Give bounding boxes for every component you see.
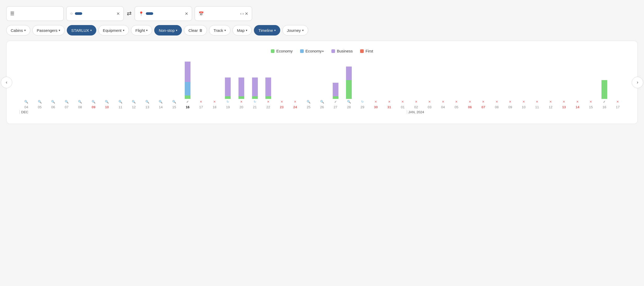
date-num-16[interactable]: 20 [235,105,248,110]
date-num-4[interactable]: 08 [73,105,87,110]
bar-cell-42 [584,65,598,99]
filter-pill-flight[interactable]: Flight▾ [131,25,152,35]
bar-segment-business [265,78,271,96]
program-selector[interactable]: ☰ [6,6,64,21]
date-num-14[interactable]: 18 [208,105,221,110]
date-num-31[interactable]: 04 [436,105,450,110]
date-num-40[interactable]: 13 [557,105,571,110]
date-icon-16: ✕ [235,99,248,105]
date-num-28[interactable]: 01 [396,105,409,110]
date-num-32[interactable]: 05 [450,105,463,110]
date-num-18[interactable]: 22 [261,105,275,110]
date-num-37[interactable]: 10 [517,105,530,110]
date-icon-33: ✕ [463,99,477,105]
destination-close-icon[interactable]: ✕ [185,11,188,16]
date-icon-32: ✕ [450,99,463,105]
date-num-23[interactable]: 27 [329,105,342,110]
date-next-arrow[interactable]: › [242,11,244,16]
date-num-24[interactable]: 28 [342,105,356,110]
swap-icon[interactable]: ⇄ [126,10,132,17]
filter-pill-starlux[interactable]: STARLUX▾ [67,25,96,35]
date-num-0[interactable]: 04 [20,105,33,110]
date-num-39[interactable]: 12 [544,105,557,110]
filter-label: Passengers [37,28,57,33]
date-num-13[interactable]: 17 [194,105,208,110]
date-icon-26: ✕ [369,99,383,105]
destination-search-box[interactable]: 📍 ✕ [135,6,192,21]
date-icon-12: ✓ [181,99,194,105]
date-num-22[interactable]: 26 [315,105,329,110]
date-num-29[interactable]: 02 [409,105,423,110]
date-num-12[interactable]: 16 [181,105,194,110]
filter-pill-passengers[interactable]: Passengers▾ [32,25,65,35]
date-num-2[interactable]: 06 [46,105,60,110]
date-num-44[interactable]: 17 [611,105,625,110]
bar-cell-25 [356,65,369,99]
date-num-27[interactable]: 31 [383,105,396,110]
origin-close-icon[interactable]: ✕ [116,11,120,16]
date-icon-28: ✕ [396,99,409,105]
date-num-11[interactable]: 15 [168,105,181,110]
date-num-21[interactable]: 25 [302,105,315,110]
date-num-8[interactable]: 12 [127,105,141,110]
legend-label-economy: Economy [276,49,293,53]
date-num-20[interactable]: 24 [288,105,302,110]
filter-pill-clear[interactable]: Clear🗑 [184,25,207,35]
month-label: DEC [20,110,28,114]
date-num-42[interactable]: 15 [584,105,598,110]
bar-15[interactable] [225,78,231,99]
filter-pill-equipment[interactable]: Equipment▾ [98,25,129,35]
chart-prev-button[interactable]: ‹ [1,77,12,88]
legend-dot-economy [271,49,275,53]
filter-pill-timeline[interactable]: Timeline▾ [254,25,280,35]
chart-next-button[interactable]: › [632,77,643,88]
bar-cell-38 [530,65,544,99]
date-icon-34: ✕ [477,99,490,105]
date-num-33[interactable]: 06 [463,105,477,110]
filter-pill-nonstop[interactable]: Non-stop▾ [154,25,182,35]
bar-cell-9 [141,65,154,99]
filter-pill-track[interactable]: Track▾ [209,25,230,35]
legend-item-economy-plus: Economy+ [300,49,324,53]
bar-cell-44 [611,65,625,99]
bar-16[interactable] [238,78,244,99]
date-num-7[interactable]: 11 [114,105,127,110]
date-num-26[interactable]: 30 [369,105,383,110]
filter-pill-map[interactable]: Map▾ [232,25,252,35]
date-num-17[interactable]: 21 [248,105,262,110]
bar-23[interactable] [333,83,338,99]
filter-pill-cabins[interactable]: Cabins▾ [6,25,30,35]
date-prev-arrow[interactable]: ‹ [240,11,242,16]
date-num-15[interactable]: 19 [221,105,235,110]
date-num-10[interactable]: 14 [154,105,168,110]
bar-18[interactable] [265,78,271,99]
date-num-36[interactable]: 09 [504,105,517,110]
date-num-5[interactable]: 09 [87,105,100,110]
date-num-43[interactable]: 16 [598,105,611,110]
bar-12[interactable] [185,62,190,99]
filter-trash-icon: 🗑 [199,28,202,32]
date-num-6[interactable]: 10 [100,105,114,110]
date-num-25[interactable]: 29 [356,105,369,110]
date-num-35[interactable]: 08 [490,105,504,110]
date-num-3[interactable]: 07 [60,105,74,110]
date-close-icon[interactable]: ✕ [245,11,248,16]
date-num-1[interactable]: 05 [33,105,47,110]
date-num-34[interactable]: 07 [477,105,490,110]
bar-cell-26 [369,65,383,99]
bar-24[interactable] [346,67,352,99]
bar-17[interactable] [252,78,258,99]
date-num-19[interactable]: 23 [275,105,289,110]
bar-cell-7 [114,65,127,99]
date-num-38[interactable]: 11 [530,105,544,110]
bar-cell-20 [288,65,302,99]
date-num-41[interactable]: 14 [571,105,584,110]
date-num-9[interactable]: 13 [141,105,154,110]
date-num-30[interactable]: 03 [423,105,436,110]
origin-search-box[interactable]: ○ ✕ [66,6,124,21]
filter-pill-journey[interactable]: Journey▾ [282,25,308,35]
chevron-down-icon: ▾ [59,29,60,32]
date-icon-2: 🔍 [46,99,60,105]
bar-43[interactable] [601,80,607,99]
date-picker[interactable]: 📅 ‹ › ✕ [195,6,252,21]
